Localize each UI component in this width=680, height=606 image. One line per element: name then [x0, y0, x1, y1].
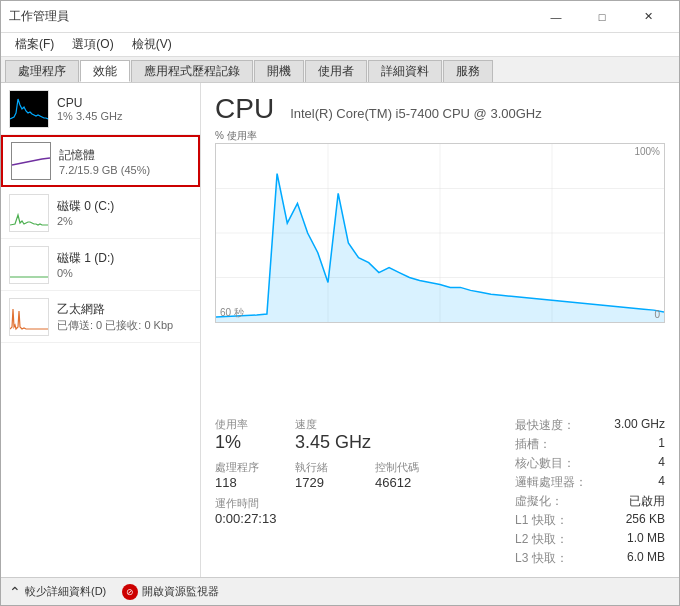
- tab-details[interactable]: 詳細資料: [368, 60, 442, 82]
- left-stats: 使用率 1% 速度 3.45 GHz 處理程序 118: [215, 417, 515, 567]
- title-bar: 工作管理員 — □ ✕: [1, 1, 679, 33]
- processes-value: 118: [215, 475, 275, 491]
- usage-stat: 使用率 1%: [215, 417, 275, 454]
- speed-label: 速度: [295, 417, 371, 432]
- tab-processes[interactable]: 處理程序: [5, 60, 79, 82]
- memory-value: 7.2/15.9 GB (45%): [59, 164, 150, 176]
- main-panel: CPU Intel(R) Core(TM) i5-7400 CPU @ 3.00…: [201, 83, 679, 577]
- speed-stat: 速度 3.45 GHz: [295, 417, 371, 454]
- cpu-value: 1% 3.45 GHz: [57, 110, 122, 122]
- disk0-value: 2%: [57, 215, 114, 227]
- chart-y-min: 0: [654, 309, 660, 320]
- menu-file[interactable]: 檔案(F): [7, 34, 62, 55]
- uptime-label: 運作時間: [215, 496, 515, 511]
- handles-stat: 控制代碼 46612: [375, 460, 435, 491]
- disk1-name: 磁碟 1 (D:): [57, 250, 114, 267]
- sidebar-item-memory[interactable]: 記憶體 7.2/15.9 GB (45%): [1, 135, 200, 187]
- memory-info: 記憶體 7.2/15.9 GB (45%): [59, 147, 150, 176]
- usage-label: 使用率: [215, 417, 275, 432]
- monitor-icon: ⊘: [122, 584, 138, 600]
- threads-label: 執行緒: [295, 460, 355, 475]
- usage-label: % 使用率: [215, 129, 257, 143]
- disk0-name: 磁碟 0 (C:): [57, 198, 114, 215]
- virt-key: 虛擬化：: [515, 493, 563, 510]
- network-value: 已傳送: 0 已接收: 0 Kbp: [57, 318, 173, 333]
- open-monitor-label: 開啟資源監視器: [142, 584, 219, 599]
- network-mini-chart: [9, 298, 49, 336]
- threads-stat: 執行緒 1729: [295, 460, 355, 491]
- tab-services[interactable]: 服務: [443, 60, 493, 82]
- svg-rect-2: [10, 247, 48, 283]
- tab-performance[interactable]: 效能: [80, 60, 130, 82]
- sockets-val: 1: [658, 436, 665, 453]
- less-detail-button[interactable]: ⌃ 較少詳細資料(D): [9, 584, 106, 600]
- usage-value: 1%: [215, 432, 275, 454]
- less-detail-label: 較少詳細資料(D): [25, 584, 106, 599]
- sidebar-item-disk1[interactable]: 磁碟 1 (D:) 0%: [1, 239, 200, 291]
- title-buttons: — □ ✕: [533, 1, 671, 33]
- tab-users[interactable]: 使用者: [305, 60, 367, 82]
- disk1-info: 磁碟 1 (D:) 0%: [57, 250, 114, 279]
- cores-row: 核心數目： 4: [515, 455, 665, 472]
- sidebar-item-network[interactable]: 乙太網路 已傳送: 0 已接收: 0 Kbp: [1, 291, 200, 343]
- max-speed-row: 最快速度： 3.00 GHz: [515, 417, 665, 434]
- memory-name: 記憶體: [59, 147, 150, 164]
- sidebar: CPU 1% 3.45 GHz 記憶體 7.2/15.9 GB (45%): [1, 83, 201, 577]
- svg-rect-1: [10, 195, 48, 231]
- chart-container: % 使用率 100% 0 60 秒: [215, 143, 665, 407]
- l1-val: 256 KB: [626, 512, 665, 529]
- tab-app-history[interactable]: 應用程式歷程記錄: [131, 60, 253, 82]
- sidebar-item-cpu[interactable]: CPU 1% 3.45 GHz: [1, 83, 200, 135]
- cpu-chart-svg: [216, 144, 664, 322]
- content-area: CPU 1% 3.45 GHz 記憶體 7.2/15.9 GB (45%): [1, 83, 679, 577]
- max-speed-key: 最快速度：: [515, 417, 575, 434]
- l3-val: 6.0 MB: [627, 550, 665, 567]
- cpu-mini-chart: [9, 90, 49, 128]
- disk0-info: 磁碟 0 (C:) 2%: [57, 198, 114, 227]
- task-manager-window: 工作管理員 — □ ✕ 檔案(F) 選項(O) 檢視(V) 處理程序 效能 應用…: [0, 0, 680, 606]
- disk0-mini-chart: [9, 194, 49, 232]
- l1-key: L1 快取：: [515, 512, 568, 529]
- cpu-name: CPU: [57, 96, 122, 110]
- l3-row: L3 快取： 6.0 MB: [515, 550, 665, 567]
- chart-area: 100% 0 60 秒: [215, 143, 665, 323]
- tab-startup[interactable]: 開機: [254, 60, 304, 82]
- handles-value: 46612: [375, 475, 435, 491]
- stats-row-2: 處理程序 118 執行緒 1729 控制代碼 46612: [215, 460, 515, 491]
- l3-key: L3 快取：: [515, 550, 568, 567]
- virt-row: 虛擬化： 已啟用: [515, 493, 665, 510]
- l2-val: 1.0 MB: [627, 531, 665, 548]
- logical-row: 邏輯處理器： 4: [515, 474, 665, 491]
- menu-bar: 檔案(F) 選項(O) 檢視(V): [1, 33, 679, 57]
- minimize-button[interactable]: —: [533, 1, 579, 33]
- bottom-bar: ⌃ 較少詳細資料(D) ⊘ 開啟資源監視器: [1, 577, 679, 605]
- uptime-block: 運作時間 0:00:27:13: [215, 496, 515, 527]
- virt-val: 已啟用: [629, 493, 665, 510]
- title-bar-text: 工作管理員: [9, 8, 533, 25]
- processes-label: 處理程序: [215, 460, 275, 475]
- network-name: 乙太網路: [57, 301, 173, 318]
- tab-bar: 處理程序 效能 應用程式歷程記錄 開機 使用者 詳細資料 服務: [1, 57, 679, 83]
- main-title: CPU: [215, 93, 274, 125]
- network-info: 乙太網路 已傳送: 0 已接收: 0 Kbp: [57, 301, 173, 333]
- stats-row-1: 使用率 1% 速度 3.45 GHz: [215, 417, 515, 454]
- menu-view[interactable]: 檢視(V): [124, 34, 180, 55]
- cores-key: 核心數目：: [515, 455, 575, 472]
- l2-key: L2 快取：: [515, 531, 568, 548]
- speed-value: 3.45 GHz: [295, 432, 371, 454]
- chevron-up-icon: ⌃: [9, 584, 21, 600]
- handles-label: 控制代碼: [375, 460, 435, 475]
- right-stats: 最快速度： 3.00 GHz 插槽： 1 核心數目： 4 邏輯處理器： 4: [515, 417, 665, 567]
- uptime-value: 0:00:27:13: [215, 511, 515, 527]
- menu-options[interactable]: 選項(O): [64, 34, 121, 55]
- disk1-value: 0%: [57, 267, 114, 279]
- chart-x-label: 60 秒: [220, 306, 244, 320]
- close-button[interactable]: ✕: [625, 1, 671, 33]
- maximize-button[interactable]: □: [579, 1, 625, 33]
- disk1-mini-chart: [9, 246, 49, 284]
- open-monitor-button[interactable]: ⊘ 開啟資源監視器: [122, 584, 219, 600]
- stats-area: 使用率 1% 速度 3.45 GHz 處理程序 118: [215, 417, 665, 567]
- cpu-info: CPU 1% 3.45 GHz: [57, 96, 122, 122]
- sidebar-item-disk0[interactable]: 磁碟 0 (C:) 2%: [1, 187, 200, 239]
- l2-row: L2 快取： 1.0 MB: [515, 531, 665, 548]
